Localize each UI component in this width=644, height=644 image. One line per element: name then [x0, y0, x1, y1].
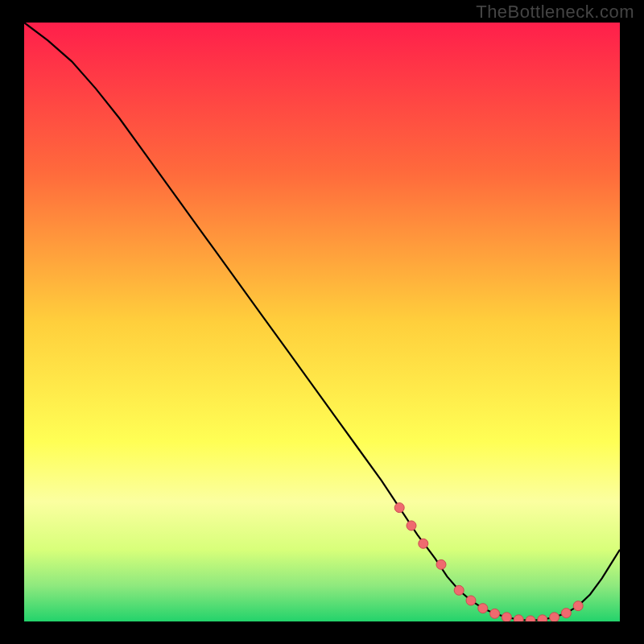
- plot-area: [24, 23, 620, 621]
- marker-point: [466, 596, 476, 605]
- marker-point: [394, 503, 404, 513]
- marker-point: [436, 559, 446, 569]
- marker-point: [407, 521, 416, 530]
- marker-point: [502, 613, 511, 621]
- gradient-background: [24, 23, 620, 621]
- marker-point: [538, 615, 547, 621]
- chart-frame: TheBottleneck.com: [0, 0, 644, 644]
- marker-point: [573, 601, 583, 611]
- marker-point: [419, 539, 428, 548]
- marker-point: [478, 604, 488, 613]
- marker-point: [550, 613, 559, 621]
- plot-svg: [24, 23, 620, 621]
- marker-point: [490, 609, 500, 618]
- marker-point: [514, 615, 523, 621]
- watermark-label: TheBottleneck.com: [476, 2, 634, 23]
- marker-point: [561, 609, 571, 618]
- marker-point: [454, 585, 464, 595]
- marker-point: [526, 616, 535, 621]
